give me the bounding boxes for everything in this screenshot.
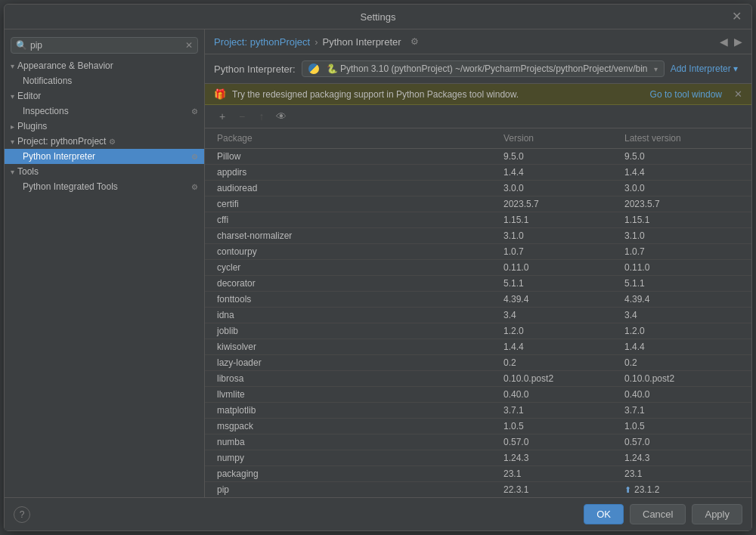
add-interpreter-button[interactable]: Add Interpreter ▾	[671, 63, 738, 74]
sidebar-item-notifications[interactable]: Notifications	[5, 73, 204, 88]
table-row[interactable]: packaging23.123.1	[205, 466, 751, 482]
sidebar-item-inspections[interactable]: Inspections ⚙	[5, 104, 204, 119]
sidebar-group-header-editor[interactable]: ▾ Editor	[5, 88, 204, 104]
table-row[interactable]: audioread3.0.03.0.0	[205, 181, 751, 196]
table-row[interactable]: certifi2023.5.72023.5.7	[205, 196, 751, 212]
breadcrumb-settings-icon: ⚙	[411, 36, 419, 47]
package-version: 1.15.1	[500, 213, 621, 227]
table-row[interactable]: lazy-loader0.20.2	[205, 355, 751, 371]
sidebar-group-editor: ▾ Editor Inspections ⚙	[5, 88, 204, 119]
package-version: 1.4.4	[500, 340, 621, 354]
table-row[interactable]: numba0.57.00.57.0	[205, 434, 751, 450]
apply-button[interactable]: Apply	[692, 504, 742, 524]
package-name: Pillow	[214, 150, 500, 163]
package-name: numpy	[214, 451, 500, 465]
interpreter-select[interactable]: 🐍 Python 3.10 (pythonProject) ~/work/Pyc…	[302, 60, 665, 77]
table-row[interactable]: matplotlib3.7.13.7.1	[205, 403, 751, 419]
search-input[interactable]	[30, 40, 185, 51]
ok-button[interactable]: OK	[584, 504, 624, 524]
package-name: pip	[214, 483, 500, 496]
table-row[interactable]: fonttools4.39.44.39.4	[205, 292, 751, 308]
package-latest-version: 2023.5.7	[621, 197, 742, 211]
package-latest-version: 0.40.0	[621, 388, 742, 401]
settings-icon-project: ⚙	[109, 138, 116, 146]
table-row[interactable]: librosa0.10.0.post20.10.0.post2	[205, 371, 751, 387]
sidebar-group-label-editor: Editor	[17, 91, 41, 101]
table-header: Package Version Latest version	[205, 128, 751, 149]
package-latest-version: 4.39.4	[621, 292, 742, 306]
table-row[interactable]: numpy1.24.31.24.3	[205, 450, 751, 466]
package-version: 1.24.3	[500, 451, 621, 465]
sidebar-item-python-integrated-tools[interactable]: Python Integrated Tools ⚙	[5, 179, 204, 194]
sidebar-group-plugins: ▸ Plugins	[5, 119, 204, 134]
package-latest-version: 3.1.0	[621, 229, 742, 243]
python-icon	[308, 63, 319, 74]
package-latest-version: 1.24.3	[621, 451, 742, 465]
table-row[interactable]: idna3.43.4	[205, 308, 751, 323]
settings-dialog: Settings ✕ 🔍 ✕ ▾ Appearance & Behavior N…	[4, 4, 752, 531]
notification-close-button[interactable]: ✕	[734, 88, 742, 100]
package-version: 0.11.0	[500, 261, 621, 274]
package-latest-version: ⬆ 23.1.2	[621, 483, 742, 496]
package-name: contourpy	[214, 245, 500, 258]
go-to-tool-window-link[interactable]: Go to tool window	[650, 89, 722, 100]
add-package-button[interactable]: +	[214, 108, 231, 125]
table-row[interactable]: llvmlite0.40.00.40.0	[205, 387, 751, 403]
remove-package-button[interactable]: −	[234, 108, 250, 125]
table-row[interactable]: contourpy1.0.71.0.7	[205, 244, 751, 260]
interpreter-select-text: 🐍 Python 3.10 (pythonProject) ~/work/Pyc…	[327, 63, 649, 74]
package-name: cffi	[214, 213, 500, 227]
sidebar: 🔍 ✕ ▾ Appearance & Behavior Notification…	[5, 29, 205, 497]
chevron-down-icon: ▾	[11, 62, 14, 70]
package-version: 3.7.1	[500, 404, 621, 417]
sidebar-group-header-tools[interactable]: ▾ Tools	[5, 164, 204, 179]
close-button[interactable]: ✕	[730, 11, 742, 23]
package-version: 3.1.0	[500, 229, 621, 243]
package-latest-version: 1.4.4	[621, 340, 742, 354]
help-button[interactable]: ?	[14, 506, 30, 523]
package-name: numba	[214, 435, 500, 449]
package-name: certifi	[214, 197, 500, 211]
table-row[interactable]: msgpack1.0.51.0.5	[205, 419, 751, 434]
table-row[interactable]: kiwisolver1.4.41.4.4	[205, 339, 751, 355]
sidebar-item-python-interpreter[interactable]: Python Interpreter ⚙	[5, 149, 204, 164]
package-version: 2023.5.7	[500, 197, 621, 211]
breadcrumb-left: Project: pythonProject › Python Interpre…	[214, 36, 419, 48]
chevron-down-icon-tools: ▾	[11, 168, 14, 176]
package-name: librosa	[214, 372, 500, 385]
package-latest-version: 0.57.0	[621, 435, 742, 449]
package-latest-version: 0.2	[621, 356, 742, 370]
package-latest-version: 23.1	[621, 467, 742, 481]
table-row[interactable]: charset-normalizer3.1.03.1.0	[205, 228, 751, 244]
chevron-down-icon-project: ▾	[11, 138, 14, 146]
eye-button[interactable]: 👁	[273, 108, 290, 125]
sidebar-group-label-project: Project: pythonProject	[17, 136, 106, 147]
table-row[interactable]: appdirs1.4.41.4.4	[205, 165, 751, 181]
table-row[interactable]: cffi1.15.11.15.1	[205, 212, 751, 228]
table-row[interactable]: cycler0.11.00.11.0	[205, 260, 751, 276]
package-version: 1.4.4	[500, 165, 621, 179]
sidebar-item-label-python-integrated-tools: Python Integrated Tools	[23, 181, 188, 192]
col-version: Version	[500, 131, 621, 145]
package-latest-version: 3.4	[621, 308, 742, 322]
sidebar-group-header-plugins[interactable]: ▸ Plugins	[5, 119, 204, 134]
sidebar-group-header-project[interactable]: ▾ Project: pythonProject ⚙	[5, 134, 204, 149]
package-name: audioread	[214, 181, 500, 195]
upgrade-icon: ⬆	[624, 485, 631, 495]
title-bar: Settings ✕	[5, 5, 751, 29]
package-name: charset-normalizer	[214, 229, 500, 243]
up-button[interactable]: ↑	[253, 108, 270, 125]
package-name: joblib	[214, 324, 500, 338]
package-version: 1.2.0	[500, 324, 621, 338]
notification-icon: 🎁	[214, 88, 226, 100]
cancel-button[interactable]: Cancel	[630, 504, 686, 524]
table-row[interactable]: joblib1.2.01.2.0	[205, 323, 751, 339]
search-icon: 🔍	[16, 40, 27, 51]
table-row[interactable]: decorator5.1.15.1.1	[205, 276, 751, 292]
table-row[interactable]: Pillow9.5.09.5.0	[205, 149, 751, 165]
forward-button[interactable]: ▶	[734, 36, 742, 48]
table-row[interactable]: pip22.3.1⬆ 23.1.2	[205, 482, 751, 497]
search-clear-icon[interactable]: ✕	[185, 40, 193, 51]
sidebar-group-header-appearance[interactable]: ▾ Appearance & Behavior	[5, 58, 204, 73]
back-button[interactable]: ◀	[720, 36, 728, 48]
